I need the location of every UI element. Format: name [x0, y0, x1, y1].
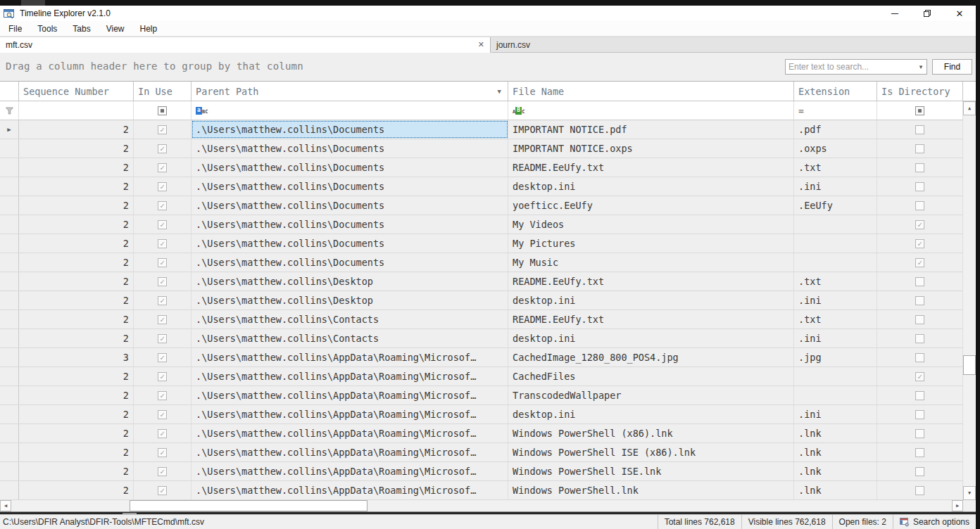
checkbox-checked[interactable]: ✓ — [915, 239, 924, 248]
row-indicator-cell[interactable] — [0, 177, 19, 196]
row-indicator-cell[interactable] — [0, 481, 19, 499]
cell-extension[interactable]: .oxps — [794, 139, 877, 158]
restore-button[interactable] — [911, 6, 943, 21]
cell-in-use[interactable]: ✓ — [134, 367, 191, 385]
column-header-parent-path[interactable]: Parent Path▼ — [191, 82, 508, 101]
cell-sequence-number[interactable]: 2 — [19, 215, 134, 234]
cell-sequence-number[interactable]: 2 — [19, 120, 134, 139]
cell-sequence-number[interactable]: 2 — [19, 253, 134, 272]
cell-parent-path[interactable]: .\Users\matthew.collins\Desktop — [191, 272, 508, 291]
group-by-panel[interactable]: Drag a column header here to group by th… — [0, 53, 976, 81]
checkbox-unchecked[interactable] — [915, 182, 924, 191]
cell-file-name[interactable]: CachedImage_1280_800_POS4.jpg — [508, 348, 794, 367]
checkbox-checked[interactable]: ✓ — [158, 277, 167, 286]
scroll-down-icon[interactable]: ▼ — [963, 486, 976, 500]
tab-mft-csv[interactable]: mft.csv ✕ — [0, 37, 491, 53]
cell-file-name[interactable]: desktop.ini — [508, 405, 794, 423]
row-indicator-cell[interactable] — [0, 386, 19, 404]
cell-file-name[interactable]: My Pictures — [508, 234, 794, 253]
cell-extension[interactable]: .ini — [794, 405, 877, 423]
cell-extension[interactable]: .EeUfy — [794, 196, 877, 215]
table-row[interactable]: 2✓.\Users\matthew.collins\DocumentsREADM… — [0, 158, 963, 177]
cell-is-directory[interactable]: ✓ — [877, 367, 963, 385]
row-indicator-cell[interactable]: ▶ — [0, 120, 19, 139]
cell-parent-path[interactable]: .\Users\matthew.collins\AppData\Roaming\… — [191, 424, 508, 442]
cell-extension[interactable]: .lnk — [794, 443, 877, 461]
cell-in-use[interactable]: ✓ — [134, 139, 191, 158]
begins-with-icon[interactable]: aBC — [196, 107, 208, 115]
tab-close-icon[interactable]: ✕ — [478, 40, 484, 49]
cell-extension[interactable] — [794, 215, 877, 234]
cell-sequence-number[interactable]: 2 — [19, 158, 134, 177]
menu-item-file[interactable]: File — [1, 24, 30, 34]
cell-extension[interactable]: .ini — [794, 329, 877, 348]
cell-parent-path[interactable]: .\Users\matthew.collins\AppData\Roaming\… — [191, 481, 508, 499]
cell-sequence-number[interactable]: 3 — [19, 348, 134, 367]
cell-extension[interactable] — [794, 386, 877, 404]
cell-parent-path[interactable]: .\Users\matthew.collins\Contacts — [191, 329, 508, 348]
cell-file-name[interactable]: TranscodedWallpaper — [508, 386, 794, 404]
checkbox-checked[interactable]: ✓ — [158, 315, 167, 324]
tab-journ-csv[interactable]: journ.csv — [491, 37, 976, 53]
cell-extension[interactable]: .txt — [794, 272, 877, 291]
cell-parent-path[interactable]: .\Users\matthew.collins\Documents — [191, 253, 508, 272]
filter-is-directory[interactable] — [877, 101, 963, 120]
checkbox-checked[interactable]: ✓ — [158, 201, 167, 210]
cell-extension[interactable]: .pdf — [794, 120, 877, 139]
cell-extension[interactable]: .lnk — [794, 424, 877, 442]
table-row[interactable]: 2✓.\Users\matthew.collins\DocumentsMy Mu… — [0, 253, 963, 272]
checkbox-indeterminate[interactable] — [158, 106, 167, 115]
cell-file-name[interactable]: Windows PowerShell ISE (x86).lnk — [508, 443, 794, 461]
close-button[interactable]: ✕ — [943, 6, 976, 21]
checkbox-unchecked[interactable] — [915, 163, 924, 172]
search-options-button[interactable]: Search options — [893, 515, 976, 529]
row-indicator-cell[interactable] — [0, 424, 19, 442]
cell-file-name[interactable]: desktop.ini — [508, 329, 794, 348]
cell-in-use[interactable]: ✓ — [134, 234, 191, 253]
scroll-right-icon[interactable]: ▶ — [952, 500, 963, 511]
table-row[interactable]: 2✓.\Users\matthew.collins\Documentsyoeft… — [0, 196, 963, 215]
cell-parent-path[interactable]: .\Users\matthew.collins\Documents — [191, 177, 508, 196]
row-indicator-cell[interactable] — [0, 310, 19, 329]
checkbox-unchecked[interactable] — [915, 277, 924, 286]
cell-is-directory[interactable] — [877, 386, 963, 404]
cell-is-directory[interactable]: ✓ — [877, 215, 963, 234]
cell-is-directory[interactable] — [877, 139, 963, 158]
cell-parent-path[interactable]: .\Users\matthew.collins\AppData\Roaming\… — [191, 443, 508, 461]
cell-parent-path[interactable]: .\Users\matthew.collins\Contacts — [191, 310, 508, 329]
scroll-left-icon[interactable]: ◀ — [0, 500, 11, 511]
row-indicator-cell[interactable] — [0, 443, 19, 461]
checkbox-unchecked[interactable] — [915, 201, 924, 210]
cell-extension[interactable]: .ini — [794, 177, 877, 196]
table-row[interactable]: 2✓.\Users\matthew.collins\DesktopREADME.… — [0, 272, 963, 291]
menu-item-view[interactable]: View — [99, 24, 132, 34]
cell-in-use[interactable]: ✓ — [134, 177, 191, 196]
table-row[interactable]: 2✓.\Users\matthew.collins\AppData\Roamin… — [0, 443, 963, 462]
checkbox-unchecked[interactable] — [915, 353, 924, 362]
row-indicator-cell[interactable] — [0, 272, 19, 291]
checkbox-checked[interactable]: ✓ — [158, 182, 167, 191]
checkbox-unchecked[interactable] — [915, 410, 924, 419]
cell-extension[interactable]: .txt — [794, 310, 877, 329]
menu-item-help[interactable]: Help — [132, 24, 165, 34]
cell-parent-path[interactable]: .\Users\matthew.collins\Documents — [191, 139, 508, 158]
table-row[interactable]: 2✓.\Users\matthew.collins\AppData\Roamin… — [0, 424, 963, 443]
table-row[interactable]: 2✓.\Users\matthew.collins\Documentsdeskt… — [0, 177, 963, 196]
cell-sequence-number[interactable]: 2 — [19, 177, 134, 196]
row-indicator-cell[interactable] — [0, 215, 19, 234]
table-row[interactable]: 2✓.\Users\matthew.collins\DocumentsIMPOR… — [0, 139, 963, 158]
cell-in-use[interactable]: ✓ — [134, 462, 191, 480]
cell-in-use[interactable]: ✓ — [134, 443, 191, 461]
checkbox-unchecked[interactable] — [915, 296, 924, 305]
menu-item-tabs[interactable]: Tabs — [65, 24, 98, 34]
cell-is-directory[interactable]: ✓ — [877, 234, 963, 253]
row-indicator-cell[interactable] — [0, 348, 19, 367]
table-row[interactable]: 2✓.\Users\matthew.collins\DocumentsMy Pi… — [0, 234, 963, 253]
cell-sequence-number[interactable]: 2 — [19, 291, 134, 310]
table-row[interactable]: 2✓.\Users\matthew.collins\AppData\Roamin… — [0, 481, 963, 500]
checkbox-unchecked[interactable] — [915, 486, 924, 495]
cell-file-name[interactable]: My Music — [508, 253, 794, 272]
row-indicator-cell[interactable] — [0, 291, 19, 310]
row-indicator-cell[interactable] — [0, 139, 19, 158]
row-indicator-cell[interactable] — [0, 196, 19, 215]
